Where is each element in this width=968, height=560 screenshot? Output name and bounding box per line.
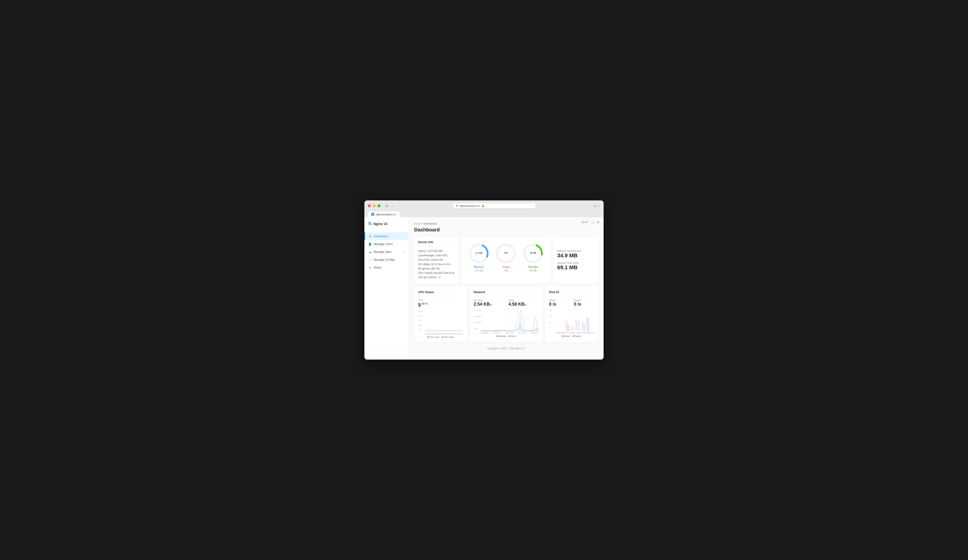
sidebar-item-dashboard[interactable]: ⊞ Dashboard [365,232,408,240]
network-card-title: Network [474,290,539,296]
network-stats: Receive 2.54 KB/s Send 4.58 KB/s [474,299,539,307]
sidebar-item-manage-users[interactable]: 👤 Manage Users [365,240,408,248]
network-send-label: Send [509,299,538,302]
tab-favicon: N [371,213,374,216]
url-text: nginxui.jackyu.cn [459,204,480,207]
network-receive-stat: Receive 2.54 KB/s [474,299,504,307]
cpu-chart-wrap: 100.075.050.025.00.0 [418,310,463,335]
top-cards-row: Server Info Uptime: 137d 15h 18m Load Av… [414,237,598,284]
window-toggle-button[interactable]: ⊟ [385,203,389,208]
network-legend-receive: Receive [498,335,506,337]
maximize-button[interactable] [378,204,381,207]
sidebar-label-about: About [374,266,381,269]
network-card: Network Receive 2.54 KB/s Send 4.58 KB/s [470,287,542,342]
favicon-icon: N [456,204,458,207]
sidebar-logo: N Nginx UI [365,221,408,230]
network-send-stat: Send 4.58 KB/s [509,299,538,307]
browser-nav: ⊟ ‹ [385,203,394,208]
memory-label: Memory [474,265,484,268]
swap-total: 0 B [504,269,508,272]
close-button[interactable] [368,204,371,207]
disk-writes-value: 0 /s [549,302,569,307]
bottom-cards-row: CPU Status CPU 5.00 % 100.075.050.025.00… [414,287,598,342]
disk-legend: Writes Reads [549,335,594,337]
refresh-icon[interactable]: ↻ [597,220,600,224]
sidebar-item-manage-configs[interactable]: 📄 Manage Configs [365,256,408,263]
network-totals-card: Network Total Receive 34.9 MB Network To… [553,237,598,284]
logo-icon: N [368,221,371,226]
svg-text:1.1 GB: 1.1 GB [476,252,482,254]
dashboard-icon: ⊞ [368,235,372,238]
page-title: Dashboard [414,227,598,233]
new-tab-icon[interactable]: + [598,204,600,208]
sidebar: N Nginx UI ⊞ Dashboard 👤 Manage Users ☁ … [365,217,408,360]
sidebar-item-about[interactable]: ℹ About [365,263,408,272]
back-button[interactable]: ‹ [391,203,394,208]
cpu-legend-user: CPU User [429,336,439,338]
server-info-card: Server Info Uptime: 137d 15h 18m Load Av… [414,237,459,284]
memory-gauge: 1.1 GB Memory 4.1 GB [468,242,490,272]
lock-icon: 🔒 [481,204,485,207]
storage-gauge: 18 GB Storage 84 GB [522,242,544,272]
home-icon[interactable]: ⌂ [592,220,594,224]
network-legend: Receive Send [474,335,539,337]
disk-reads-label: Reads [574,299,594,302]
network-x-labels: 23:56:5023:57:1023:57:3023:57:5023:58:10 [481,332,539,334]
cpu-chart-area [425,310,463,332]
tab-label: nginxui.jackyu.cn [376,213,396,216]
lang-label: En [582,221,585,224]
disk-io-card: Disk IO Writes 0 /s Reads 0 /s 2 [545,287,598,342]
net-receive-label: Network Total Receive [557,250,594,252]
network-receive-value: 2.54 KB/s [474,302,504,307]
swap-label: Swap [502,265,510,268]
top-bar: En ▾ ⌂ ↻ [580,220,600,224]
active-tab[interactable]: N nginxui.jackyu.cn [368,211,399,217]
share-icon[interactable]: ⎙ [594,204,596,208]
cpu-x-labels: 23:56:5023:57:1023:57:3023:57:5023:58:10 [425,333,463,335]
server-info-load: Load Averages: 1min:0.00 | 5min:0.05 | 1… [418,253,455,262]
browser-actions: ⎙ + [594,204,600,208]
sidebar-label-manage-users: Manage Users [374,242,393,246]
disk-io-title: Disk IO [549,290,594,296]
sites-icon: ☁ [368,250,372,253]
minimize-button[interactable] [373,204,376,207]
storage-total: 84 GB [529,269,536,272]
cpu-stat-value: 5.00 % [418,302,463,308]
gauges-container: 1.1 GB Memory 4.1 GB 0 B Swap [466,240,547,274]
breadcrumb-home[interactable]: Home [414,222,421,225]
network-send-value: 4.58 KB/s [509,302,538,307]
disk-reads-stat: Reads 0 /s [574,299,594,307]
server-info-os: OS: debian (10.11 linux 5.4.0–88–generic… [418,262,455,271]
address-bar[interactable]: N nginxui.jackyu.cn 🔒 [453,203,536,209]
main-content: En ▾ ⌂ ↻ Home / Dashboard Dashboard Serv… [408,217,603,360]
cpu-legend: CPU User CPU Total [418,336,463,338]
sidebar-item-manage-sites[interactable]: ☁ Manage Sites ▾ [365,248,408,256]
net-send-label: Network Total Send [557,262,594,264]
configs-icon: 📄 [368,258,372,262]
disk-reads-value: 0 /s [574,302,594,307]
sidebar-collapse-button[interactable]: ‹ [365,346,408,354]
net-send-section: Network Total Send 69.1 MB [557,262,594,271]
network-legend-send: Send [511,335,516,337]
disk-writes-stat: Writes 0 /s [549,299,569,307]
memory-total: 4.1 GB [475,269,483,272]
disk-chart-area [556,309,594,331]
net-receive-section: Network Total Receive 34.9 MB [557,250,594,259]
sidebar-label-manage-configs: Manage Configs [374,258,395,262]
chevron-down-icon: ▾ [403,251,404,253]
gauges-card: 1.1 GB Memory 4.1 GB 0 B Swap [462,237,550,284]
cpu-legend-total: CPU Total [444,336,454,338]
about-icon: ℹ [368,266,372,269]
net-send-value: 69.1 MB [557,264,594,271]
browser-controls: ⊟ ‹ N nginxui.jackyu.cn 🔒 ⎙ + [368,203,600,209]
server-info-title: Server Info [418,240,455,246]
address-bar-wrap: N nginxui.jackyu.cn 🔒 [396,203,592,209]
users-icon: 👤 [368,242,372,246]
disk-legend-writes: Writes [564,335,570,337]
browser-tabs: N nginxui.jackyu.cn [368,210,600,217]
server-info-uptime: Uptime: 137d 15h 18m [418,249,455,253]
sidebar-label-dashboard: Dashboard [374,235,388,238]
network-chart-wrap: 4.83 MB/s3.22 MB/s1.61 MB/s0 B/s [474,309,539,334]
language-button[interactable]: En ▾ [580,220,589,224]
disk-x-labels: 23:56:5023:57:1023:57:3023:57:5023:58:10 [556,332,594,334]
